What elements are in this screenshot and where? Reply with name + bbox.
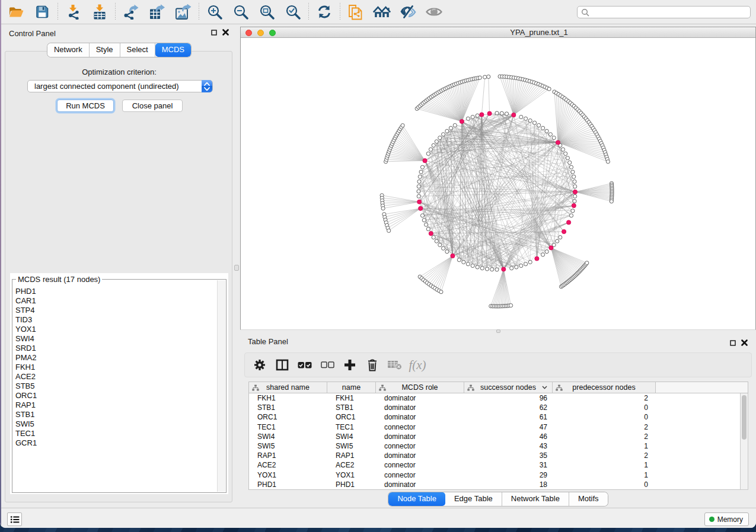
- tab-node-table[interactable]: Node Table: [388, 492, 445, 506]
- memory-label: Memory: [717, 515, 743, 524]
- result-node[interactable]: RAP1: [13, 400, 217, 410]
- tab-mcds[interactable]: MCDS: [155, 43, 191, 57]
- zoom-selected-button[interactable]: [280, 1, 306, 23]
- result-node[interactable]: TEC1: [13, 429, 217, 438]
- refresh-button[interactable]: [311, 1, 337, 23]
- tab-network-table[interactable]: Network Table: [502, 492, 569, 506]
- show-all-button[interactable]: [421, 1, 447, 23]
- export-image-button[interactable]: [170, 1, 196, 23]
- mcds-result-group: MCDS result (17 nodes) PHD1CAR1STP4TID3Y…: [12, 279, 227, 493]
- open-file-button[interactable]: [3, 1, 29, 23]
- zoom-fit-button[interactable]: [254, 1, 280, 23]
- table-row[interactable]: TEC1TEC1connector472: [249, 422, 741, 432]
- columns-button[interactable]: [271, 354, 294, 376]
- result-node[interactable]: SWI5: [13, 419, 217, 429]
- result-node[interactable]: STP4: [13, 306, 217, 315]
- export-table-button[interactable]: [144, 1, 170, 23]
- column-header-predecessor-nodes[interactable]: predecessor nodes: [553, 382, 656, 393]
- vertical-splitter[interactable]: [234, 25, 240, 508]
- tab-select[interactable]: Select: [120, 43, 155, 57]
- table-panel-titlebar: Table Panel: [240, 335, 756, 348]
- table-row[interactable]: SWI5SWI5connector431: [249, 441, 741, 451]
- splitter-grip[interactable]: [496, 329, 500, 333]
- window-minimize-button[interactable]: [257, 30, 264, 36]
- table-row[interactable]: PHD1PHD1dominator180: [249, 480, 741, 489]
- float-panel-icon[interactable]: [211, 30, 217, 36]
- zoom-out-button[interactable]: [228, 1, 254, 23]
- run-mcds-button[interactable]: Run MCDS: [57, 100, 114, 112]
- cell-MCDS-role: dominator: [376, 451, 464, 460]
- cell-shared-name: STB1: [249, 403, 327, 412]
- cell-shared-name: SWI5: [249, 442, 327, 450]
- tab-style[interactable]: Style: [90, 43, 120, 57]
- column-header-shared-name[interactable]: shared name: [249, 382, 327, 393]
- result-node[interactable]: CAR1: [13, 296, 217, 306]
- import-table-button[interactable]: [87, 1, 113, 23]
- tab-network[interactable]: Network: [47, 43, 90, 57]
- close-panel-button[interactable]: Close panel: [122, 100, 183, 112]
- task-history-button[interactable]: [7, 512, 22, 526]
- table-delete-button[interactable]: [384, 354, 406, 376]
- window-close-button[interactable]: [245, 30, 252, 36]
- result-node[interactable]: STB5: [13, 382, 217, 391]
- sitemap-icon: [556, 384, 563, 391]
- table-row[interactable]: STB1STB1dominator620: [249, 403, 741, 412]
- zoom-in-button[interactable]: [202, 1, 228, 23]
- hide-selected-button[interactable]: [395, 1, 421, 23]
- tab-edge-table[interactable]: Edge Table: [445, 492, 502, 506]
- select-all-button[interactable]: [294, 354, 316, 376]
- table-scrollbar[interactable]: [740, 393, 748, 490]
- export-network-button[interactable]: [118, 1, 144, 23]
- result-node[interactable]: PHD1: [13, 287, 217, 296]
- cell-name: ORC1: [327, 413, 376, 421]
- table-row[interactable]: ACE2ACE2connector311: [249, 460, 741, 470]
- fx-button[interactable]: f(x): [406, 354, 429, 376]
- clone-network-button[interactable]: [343, 1, 369, 23]
- memory-button[interactable]: Memory: [704, 512, 749, 526]
- table-row[interactable]: ORC1ORC1dominator610: [249, 412, 741, 422]
- table-row[interactable]: YOX1YOX1connector291: [249, 470, 741, 480]
- result-node[interactable]: TID3: [13, 315, 217, 325]
- cell-name: STB1: [327, 403, 376, 412]
- result-node[interactable]: FKH1: [13, 363, 217, 372]
- toolbar-separator: [199, 3, 199, 21]
- tab-motifs[interactable]: Motifs: [569, 492, 608, 506]
- gear-button[interactable]: [248, 354, 271, 376]
- result-node[interactable]: SRD1: [13, 344, 217, 353]
- result-node[interactable]: SWI4: [13, 334, 217, 344]
- trash-button[interactable]: [361, 354, 384, 376]
- save-session-button[interactable]: [29, 1, 55, 23]
- close-panel-icon[interactable]: [741, 339, 748, 346]
- table-row[interactable]: SWI4SWI4dominator462: [249, 432, 741, 441]
- result-node[interactable]: ORC1: [13, 391, 217, 400]
- column-header-successor-nodes[interactable]: successor nodes: [464, 382, 553, 393]
- deselect-all-button[interactable]: [316, 354, 339, 376]
- mcds-result-list[interactable]: PHD1CAR1STP4TID3YOX1SWI4SRD1PMA2FKH1ACE2…: [13, 287, 217, 492]
- cell-name: TEC1: [327, 423, 376, 431]
- column-header-name[interactable]: name: [327, 382, 376, 393]
- table-row[interactable]: FKH1FKH1dominator962: [249, 393, 741, 403]
- result-list-scrollbar[interactable]: [217, 280, 225, 492]
- result-node[interactable]: ACE2: [13, 372, 217, 382]
- search-box[interactable]: [577, 6, 751, 18]
- neighbors-button[interactable]: [369, 1, 395, 23]
- result-node[interactable]: PMA2: [13, 353, 217, 363]
- column-header-MCDS-role[interactable]: MCDS role: [376, 382, 464, 393]
- window-maximize-button[interactable]: [269, 30, 276, 36]
- table-panel-tab-group: Node TableEdge TableNetwork TableMotifs: [388, 492, 607, 506]
- criterion-dropdown[interactable]: largest connected component (undirected): [27, 80, 213, 92]
- scrollbar-thumb[interactable]: [742, 395, 747, 440]
- result-node[interactable]: YOX1: [13, 325, 217, 334]
- result-node[interactable]: STB1: [13, 410, 217, 419]
- network-graph-canvas[interactable]: [241, 39, 755, 329]
- table-row[interactable]: RAP1RAP1dominator352: [249, 451, 741, 460]
- network-window-titlebar[interactable]: YPA_prune.txt_1: [241, 27, 755, 38]
- import-network-button[interactable]: [60, 1, 87, 23]
- float-panel-icon[interactable]: [730, 340, 736, 346]
- search-input[interactable]: [589, 7, 750, 17]
- horizontal-splitter[interactable]: [240, 330, 756, 335]
- splitter-grip[interactable]: [234, 265, 239, 271]
- result-node[interactable]: GCR1: [13, 438, 217, 448]
- add-button[interactable]: [339, 354, 361, 376]
- close-panel-icon[interactable]: [222, 29, 229, 36]
